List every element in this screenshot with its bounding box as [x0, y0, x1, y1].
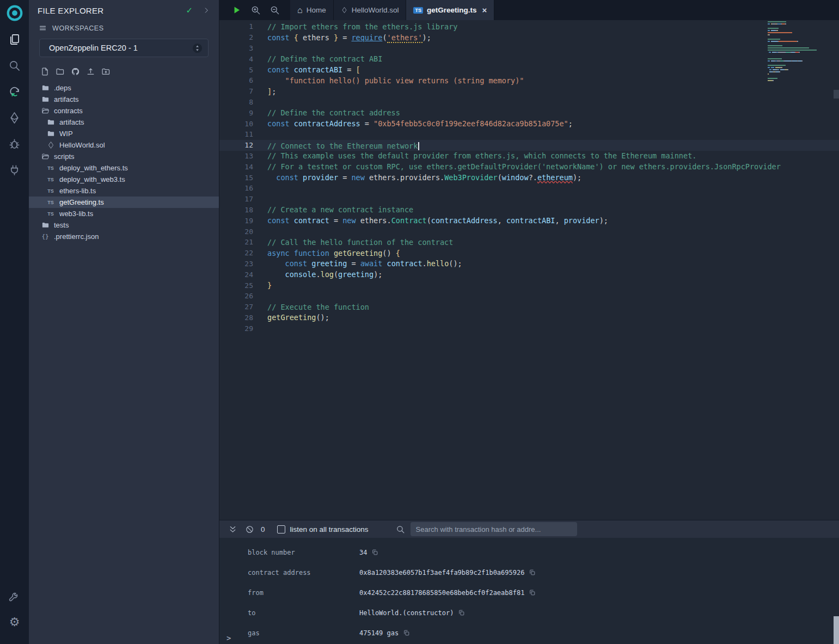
upload-folder-icon[interactable] — [101, 67, 111, 77]
transaction-detail-row: gas475149 gas — [219, 623, 839, 643]
line-number: 27 — [219, 303, 253, 311]
wrench-icon[interactable] — [5, 586, 25, 606]
terminal-scrollbar-thumb[interactable] — [834, 616, 839, 644]
github-icon[interactable] — [71, 67, 81, 77]
line-code: "function hello() public view returns (s… — [267, 76, 524, 85]
solidity-compiler-icon[interactable] — [5, 82, 25, 101]
zoom-out-icon[interactable] — [270, 5, 280, 16]
editor-line[interactable]: 23 const greeting = await contract.hello… — [219, 259, 839, 269]
editor-line[interactable]: 8 — [219, 97, 839, 108]
copy-icon[interactable] — [371, 549, 378, 556]
line-number: 24 — [219, 271, 253, 279]
editor-line[interactable]: 19const contract = new ethers.Contract(c… — [219, 215, 839, 226]
file-item[interactable]: scripts — [29, 151, 219, 162]
line-code: console.log(greeting); — [267, 270, 382, 279]
close-tab-icon[interactable]: × — [482, 6, 487, 14]
new-file-icon[interactable] — [40, 67, 50, 77]
editor-line[interactable]: 25} — [219, 280, 839, 291]
debugger-icon[interactable] — [5, 134, 25, 154]
file-item[interactable]: tests — [29, 219, 219, 231]
file-item[interactable]: .deps — [29, 82, 219, 94]
editor-line[interactable]: 20 — [219, 226, 839, 237]
editor-line[interactable]: 24 console.log(greeting); — [219, 269, 839, 280]
hamburger-menu-icon[interactable] — [39, 24, 52, 32]
editor-line[interactable]: 18// Create a new contract instance — [219, 205, 839, 216]
expand-terminal-icon[interactable] — [228, 525, 237, 534]
plugin-manager-icon[interactable] — [5, 160, 25, 180]
editor-line[interactable]: 11 — [219, 129, 839, 140]
editor-line[interactable]: 16 — [219, 183, 839, 194]
accept-check-icon[interactable]: ✓ — [186, 5, 193, 15]
editor-line[interactable]: 26 — [219, 291, 839, 302]
ts-icon: TS — [413, 7, 423, 14]
copy-icon[interactable] — [529, 589, 536, 596]
copy-icon[interactable] — [529, 569, 536, 576]
editor-line[interactable]: 22async function getGreeting() { — [219, 248, 839, 259]
file-item[interactable]: TSdeploy_with_web3.ts — [29, 174, 219, 185]
editor-line[interactable]: 9// Define the contract address — [219, 107, 839, 118]
editor-line[interactable]: 12// Connect to the Ethereum network — [219, 140, 839, 151]
file-item[interactable]: TSgetGreeting.ts — [29, 197, 219, 208]
chevron-right-icon[interactable] — [203, 7, 210, 14]
editor-line[interactable]: 3 — [219, 43, 839, 54]
file-explorer-icon[interactable] — [5, 29, 25, 49]
editor-line[interactable]: 28getGreeting(); — [219, 312, 839, 323]
editor-line[interactable]: 29 — [219, 323, 839, 334]
editor-scrollbar-thumb[interactable] — [834, 90, 839, 99]
upload-file-icon[interactable] — [86, 67, 96, 77]
run-script-button[interactable] — [231, 5, 242, 16]
file-item[interactable]: TSweb3-lib.ts — [29, 208, 219, 219]
editor-line[interactable]: 13// This example uses the default provi… — [219, 151, 839, 162]
editor-line[interactable]: 5const contractABI = [ — [219, 64, 839, 75]
tab-HelloWorld.sol[interactable]: HelloWorld.sol — [334, 0, 407, 20]
search-icon[interactable] — [5, 56, 25, 75]
new-folder-icon[interactable] — [56, 67, 65, 77]
remix-ide-window: ⚙ FILE EXPLORER ✓ WORKSPACES OpenZeppeli… — [0, 0, 839, 644]
editor-line[interactable]: 14// For a testnet or custom RPC, use et… — [219, 161, 839, 172]
file-item[interactable]: TSethers-lib.ts — [29, 185, 219, 197]
editor-line[interactable]: 1// Import ethers from the ethers.js lib… — [219, 21, 839, 32]
line-number: 22 — [219, 249, 253, 257]
line-number: 23 — [219, 260, 253, 268]
line-code: const { ethers } = require('ethers'); — [267, 33, 431, 42]
copy-icon[interactable] — [403, 629, 410, 636]
editor-line[interactable]: 15 const provider = new ethers.providers… — [219, 172, 839, 183]
activity-bar: ⚙ — [0, 0, 29, 644]
tab-getGreeting.ts[interactable]: TSgetGreeting.ts× — [406, 0, 494, 20]
tab-bar: ⌂HomeHelloWorld.solTSgetGreeting.ts× — [219, 0, 839, 20]
file-item[interactable]: contracts — [29, 105, 219, 116]
editor-line[interactable]: 6 "function hello() public view returns … — [219, 75, 839, 86]
deploy-run-icon[interactable] — [5, 108, 25, 127]
editor-line[interactable]: 27// Execute the function — [219, 302, 839, 312]
code-editor[interactable]: 1// Import ethers from the ethers.js lib… — [219, 20, 839, 520]
line-number: 29 — [219, 324, 253, 333]
tab-Home[interactable]: ⌂Home — [290, 0, 334, 20]
file-item[interactable]: TSdeploy_with_ethers.ts — [29, 162, 219, 174]
terminal-search-input[interactable] — [411, 522, 577, 536]
transaction-detail-row: from0x42452c22c88178685850e68beb6cf0f2ae… — [219, 582, 839, 603]
file-item[interactable]: artifacts — [29, 116, 219, 128]
editor-line[interactable]: 7]; — [219, 86, 839, 97]
file-item[interactable]: {}.prettierrc.json — [29, 231, 219, 242]
file-item[interactable]: artifacts — [29, 94, 219, 105]
editor-line[interactable]: 4// Define the contract ABI — [219, 53, 839, 64]
clear-terminal-icon[interactable] — [245, 525, 254, 534]
editor-line[interactable]: 17 — [219, 194, 839, 205]
file-item[interactable]: WIP — [29, 128, 219, 139]
line-number: 25 — [219, 281, 253, 290]
remix-logo-icon[interactable] — [5, 3, 25, 23]
file-item[interactable]: HelloWorld.sol — [29, 139, 219, 151]
editor-line[interactable]: 21// Call the hello function of the cont… — [219, 237, 839, 248]
detail-value: 34 — [359, 549, 367, 556]
settings-icon[interactable]: ⚙ — [5, 612, 25, 632]
zoom-in-icon[interactable] — [250, 5, 261, 16]
file-label: .deps — [54, 84, 71, 92]
terminal-prompt[interactable]: > — [226, 634, 231, 642]
workspace-select[interactable]: OpenZeppelin ERC20 - 1 — [39, 39, 209, 57]
editor-line[interactable]: 10const contractAddress = "0xb54febb5c0c… — [219, 118, 839, 129]
copy-icon[interactable] — [458, 609, 465, 616]
listen-all-transactions-checkbox[interactable] — [277, 525, 285, 533]
detail-key: contract address — [248, 569, 359, 576]
editor-line[interactable]: 2const { ethers } = require('ethers'); — [219, 32, 839, 43]
minimap[interactable] — [768, 21, 832, 84]
